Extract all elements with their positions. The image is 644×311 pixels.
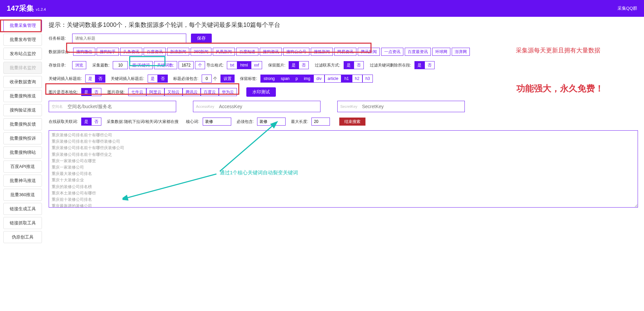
save-button[interactable]: 保存 <box>191 34 212 43</box>
sidebar-item-1[interactable]: 批量发布管理 <box>3 34 42 46</box>
sidebar-item-6[interactable]: 搜狗验证推送 <box>3 104 42 116</box>
source-tag-0[interactable]: 搜狗微信 <box>73 48 95 56</box>
ak-input[interactable] <box>217 101 320 112</box>
filter-contact-no[interactable]: 否 <box>354 61 364 69</box>
before-title-yes[interactable]: 是 <box>85 75 95 83</box>
space-name-field[interactable]: 空间名 <box>49 101 176 112</box>
cloud-3[interactable]: 腾讯云 <box>183 88 201 96</box>
sk-prefix: SecretKey <box>338 104 360 108</box>
delkw-no[interactable]: 否 <box>425 61 435 69</box>
source-tag-5[interactable]: 360新闻 <box>191 48 211 56</box>
fmt-html[interactable]: html <box>237 61 251 69</box>
keepimg-yes[interactable]: 是 <box>289 61 299 69</box>
kw-unit: 个 <box>195 61 205 69</box>
filter-contact-yes[interactable]: 是 <box>344 61 354 69</box>
dir-label: 存放目录: <box>49 62 69 68</box>
htmltag-p[interactable]: p <box>293 75 301 83</box>
count-label: 采集篇数: <box>92 62 109 68</box>
kw-input[interactable] <box>179 61 194 69</box>
source-tag-8[interactable]: 搜狗资讯 <box>260 48 282 56</box>
space-input[interactable] <box>65 101 176 112</box>
max-len-input[interactable] <box>311 118 330 126</box>
watermark-test-button[interactable]: 水印测试 <box>246 87 276 97</box>
source-tag-2[interactable]: 头条资讯 <box>120 48 142 56</box>
after-title-label: 关键词插入标题后: <box>111 76 144 82</box>
sources-label: 数据源综合: <box>49 49 70 55</box>
img-local-yes[interactable]: 是 <box>81 88 91 96</box>
online-kw-no[interactable]: 否 <box>91 118 101 126</box>
cloud-0[interactable]: 七牛云 <box>128 88 146 96</box>
page-tip: 提示：关键词数最多1000个，采集数据源多个轮训，每个关键词最多采集10篇每个平… <box>49 21 638 29</box>
keepimg-no[interactable]: 否 <box>299 61 309 69</box>
title-must-input[interactable] <box>202 75 212 83</box>
cloud-1[interactable]: 阿里云 <box>146 88 164 96</box>
sidebar-item-9[interactable]: 批量搜狗绑站 <box>3 146 42 159</box>
sidebar-item-3: 批量排名监控 <box>3 62 42 74</box>
fmt-txt[interactable]: txt <box>227 61 237 69</box>
browse-button[interactable]: 浏览 <box>72 61 86 69</box>
source-tag-1[interactable]: 搜狗知乎 <box>97 48 119 56</box>
htmltag-img[interactable]: img <box>301 75 313 83</box>
source-tag-12[interactable]: 腾讯新闻 <box>358 48 380 56</box>
must-contain-input[interactable] <box>257 118 286 126</box>
fmt-xxf[interactable]: xxf <box>251 61 262 69</box>
source-tag-4[interactable]: 新浪新闻 <box>167 48 189 56</box>
sidebar-item-12[interactable]: 批量360推送 <box>3 189 42 201</box>
filter-contact-label: 过滤联系方式: <box>315 62 340 68</box>
sidebar-item-14[interactable]: 链接抓取工具 <box>3 217 42 229</box>
sidebar-item-15[interactable]: 伪原创工具 <box>3 231 42 243</box>
count-input[interactable] <box>113 61 128 69</box>
sidebar-item-5[interactable]: 批量搜狗推送 <box>3 90 42 102</box>
delkw-yes[interactable]: 是 <box>414 61 425 69</box>
cloud-4[interactable]: 百度云 <box>201 88 219 96</box>
htmltag-span[interactable]: span <box>278 75 293 83</box>
keepimg-label: 保留图片: <box>268 62 285 68</box>
title-must-set[interactable]: 设置 <box>220 75 235 83</box>
htmltag-h3[interactable]: h3 <box>362 75 373 83</box>
img-local-no[interactable]: 否 <box>91 88 101 96</box>
source-tag-6[interactable]: 凤凰新闻 <box>213 48 235 56</box>
sidebar-item-13[interactable]: 链接生成工具 <box>3 203 42 215</box>
delkw-label: 过滤关键词删除所在段: <box>370 62 411 68</box>
after-title-no[interactable]: 否 <box>158 75 168 83</box>
sidebar-item-4[interactable]: 收录数据查询 <box>3 76 42 88</box>
end-search-button[interactable]: 结束搜索 <box>339 118 365 126</box>
cloud-2[interactable]: 又拍云 <box>164 88 183 96</box>
before-title-no[interactable]: 否 <box>95 75 105 83</box>
sidebar-item-10[interactable]: 百度API推送 <box>3 161 42 173</box>
sidebar-item-11[interactable]: 批量神马推送 <box>3 175 42 187</box>
htmltag-article[interactable]: article <box>325 75 341 83</box>
source-tag-16[interactable]: 澎湃网 <box>452 48 470 56</box>
annotation-cyan-text: 通过1个核心关键词自动裂变关键词 <box>220 170 298 176</box>
sidebar-item-0[interactable]: 批量采集管理 <box>3 19 42 32</box>
ak-prefix: AccessKey <box>193 104 217 108</box>
must-contain-label: 必须包含: <box>237 119 254 125</box>
data-source-label: 采集数据:随机下拉词/相关词/大家都在搜 <box>107 119 179 125</box>
sidebar-item-8[interactable]: 批量搜狗投诉 <box>3 132 42 144</box>
source-tag-9[interactable]: 搜狗公众号 <box>283 48 309 56</box>
source-tag-13[interactable]: 一点资讯 <box>381 48 403 56</box>
qq-group-link[interactable]: 采集QQ群 <box>617 5 637 11</box>
source-tag-15[interactable]: 环球网 <box>432 48 450 56</box>
source-tag-3[interactable]: 百度资讯 <box>144 48 166 56</box>
source-tag-14[interactable]: 百度最资讯 <box>405 48 431 56</box>
htmltag-h2[interactable]: h2 <box>352 75 362 83</box>
cloud-5[interactable]: 华为云 <box>219 88 237 96</box>
title-must-label: 标题必须包含: <box>173 76 198 82</box>
task-title-input[interactable] <box>72 34 186 43</box>
sidebar-item-2[interactable]: 发布站点监控 <box>3 48 42 60</box>
keywords-textarea[interactable] <box>49 130 638 208</box>
online-kw-yes[interactable]: 是 <box>81 118 91 126</box>
source-tag-11[interactable]: 网易资讯 <box>334 48 356 56</box>
source-tag-10[interactable]: 搜狐新闻 <box>311 48 333 56</box>
sk-input[interactable] <box>360 101 464 112</box>
accesskey-field[interactable]: AccessKey <box>193 101 320 112</box>
htmltag-div[interactable]: div <box>313 75 325 83</box>
htmltag-h1[interactable]: h1 <box>341 75 352 83</box>
source-tag-7[interactable]: 百度知道 <box>236 48 258 56</box>
htmltag-strong[interactable]: strong <box>260 75 278 83</box>
core-kw-input[interactable] <box>203 118 231 126</box>
secretkey-field[interactable]: SecretKey <box>337 101 465 112</box>
after-title-yes[interactable]: 是 <box>148 75 158 83</box>
sidebar-item-7[interactable]: 批量搜狗反馈 <box>3 118 42 130</box>
